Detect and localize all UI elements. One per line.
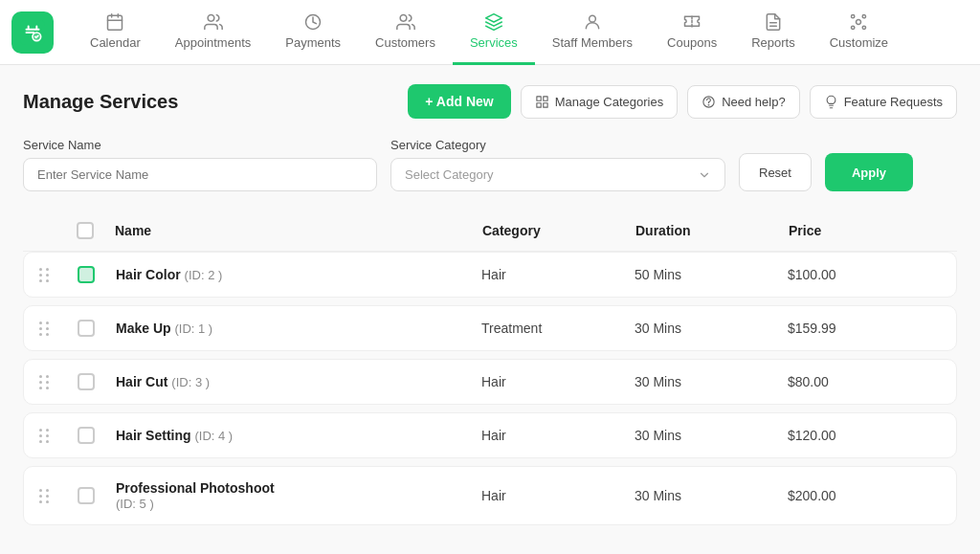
svg-rect-21 — [543, 102, 546, 106]
col-duration: Duration — [635, 223, 789, 238]
service-duration-cell: 30 Mins — [635, 374, 788, 389]
svg-rect-2 — [108, 15, 122, 30]
service-name-cell: Hair Cut (ID: 3 ) — [116, 374, 481, 389]
nav-items: Calendar Appointments Payments Customers — [73, 0, 969, 65]
page-title: Manage Services — [23, 91, 178, 113]
feature-requests-button[interactable]: Feature Requests — [810, 85, 957, 119]
svg-point-15 — [852, 14, 855, 17]
filter-row: Service Name Service Category Select Cat… — [23, 138, 957, 191]
nav-item-appointments[interactable]: Appointments — [158, 0, 269, 65]
need-help-button[interactable]: Need help? — [687, 85, 800, 119]
service-name-cell: Hair Setting (ID: 4 ) — [116, 428, 481, 443]
svg-point-16 — [863, 26, 866, 29]
service-name-cell: Professional Photoshoot(ID: 5 ) — [116, 480, 481, 511]
row-checkbox[interactable] — [78, 320, 95, 337]
table-row[interactable]: Hair Cut (ID: 3 ) Hair 30 Mins $80.00 — [23, 359, 957, 405]
table-header: Name Category Duration Price — [23, 211, 957, 252]
lightbulb-icon — [824, 95, 838, 109]
svg-rect-18 — [537, 96, 541, 100]
row-checkbox[interactable] — [78, 487, 95, 504]
col-price: Price — [789, 223, 942, 238]
service-name-cell: Hair Color (ID: 2 ) — [116, 267, 481, 282]
row-checkbox[interactable] — [78, 266, 95, 283]
nav-item-coupons[interactable]: Coupons — [650, 0, 734, 65]
service-category-cell: Hair — [481, 488, 635, 503]
nav-item-customers[interactable]: Customers — [358, 0, 453, 65]
help-icon — [702, 95, 716, 109]
drag-handle-cell — [39, 375, 78, 389]
service-name-input[interactable] — [23, 158, 377, 191]
service-category-cell: Treatment — [481, 321, 635, 336]
row-checkbox[interactable] — [78, 427, 95, 444]
nav-item-customize[interactable]: Customize — [813, 0, 905, 65]
service-price-cell: $100.00 — [788, 267, 941, 282]
service-duration-cell: 30 Mins — [635, 488, 788, 503]
svg-point-23 — [708, 104, 709, 105]
header-actions: + Add New Manage Categories Need help? F… — [408, 84, 957, 119]
reset-button[interactable]: Reset — [739, 153, 812, 191]
svg-point-6 — [208, 14, 214, 21]
table-row[interactable]: Professional Photoshoot(ID: 5 ) Hair 30 … — [23, 466, 957, 525]
svg-rect-20 — [537, 102, 541, 106]
service-name-label: Service Name — [23, 138, 377, 152]
select-all-checkbox[interactable] — [77, 222, 94, 239]
drag-handle-cell — [39, 429, 78, 443]
nav-item-calendar[interactable]: Calendar — [73, 0, 158, 65]
svg-rect-19 — [543, 96, 546, 100]
service-price-cell: $159.99 — [788, 321, 941, 336]
drag-handle — [39, 268, 78, 282]
svg-point-8 — [400, 14, 407, 21]
service-price-cell: $120.00 — [788, 428, 941, 443]
svg-point-13 — [857, 19, 861, 24]
page-header: Manage Services + Add New Manage Categor… — [23, 84, 957, 119]
top-navigation: Calendar Appointments Payments Customers — [0, 0, 980, 65]
drag-handle — [39, 489, 78, 503]
grid-icon — [535, 95, 549, 109]
row-checkbox[interactable] — [78, 373, 95, 390]
nav-item-services[interactable]: Services — [453, 0, 535, 65]
service-duration-cell: 50 Mins — [635, 267, 788, 282]
app-logo — [11, 11, 54, 54]
drag-handle-cell — [39, 268, 78, 282]
service-category-cell: Hair — [481, 374, 635, 389]
drag-handle — [39, 375, 78, 389]
chevron-down-icon — [698, 168, 711, 182]
nav-item-payments[interactable]: Payments — [268, 0, 358, 65]
drag-handle — [39, 429, 78, 443]
main-content: Manage Services + Add New Manage Categor… — [0, 65, 980, 544]
drag-handle-cell — [39, 489, 78, 503]
service-category-cell: Hair — [481, 428, 635, 443]
service-category-label: Service Category — [390, 138, 725, 152]
manage-categories-button[interactable]: Manage Categories — [521, 85, 678, 119]
apply-button[interactable]: Apply — [825, 153, 913, 191]
service-name-cell: Make Up (ID: 1 ) — [116, 321, 481, 336]
service-category-filter-group: Service Category Select Category — [390, 138, 725, 191]
table-row[interactable]: Make Up (ID: 1 ) Treatment 30 Mins $159.… — [23, 305, 957, 351]
services-rows: Hair Color (ID: 2 ) Hair 50 Mins $100.00… — [23, 252, 957, 525]
table-row[interactable]: Hair Color (ID: 2 ) Hair 50 Mins $100.00 — [23, 252, 957, 298]
table-row[interactable]: Hair Setting (ID: 4 ) Hair 30 Mins $120.… — [23, 412, 957, 458]
col-name: Name — [115, 223, 482, 238]
drag-handle — [39, 321, 78, 336]
service-price-cell: $80.00 — [788, 374, 941, 389]
col-category: Category — [482, 223, 635, 238]
services-table-container: Name Category Duration Price Hair Color … — [23, 211, 957, 525]
nav-item-reports[interactable]: Reports — [734, 0, 813, 65]
nav-item-staff-members[interactable]: Staff Members — [535, 0, 650, 65]
service-category-cell: Hair — [481, 267, 635, 282]
add-new-button[interactable]: + Add New — [408, 84, 510, 119]
svg-point-14 — [863, 14, 866, 17]
svg-point-17 — [852, 26, 855, 29]
svg-point-9 — [590, 15, 596, 22]
service-price-cell: $200.00 — [788, 488, 941, 503]
drag-handle-cell — [39, 321, 78, 336]
service-duration-cell: 30 Mins — [635, 428, 788, 443]
service-name-filter-group: Service Name — [23, 138, 377, 191]
service-category-select[interactable]: Select Category — [390, 158, 725, 191]
service-duration-cell: 30 Mins — [635, 321, 788, 336]
